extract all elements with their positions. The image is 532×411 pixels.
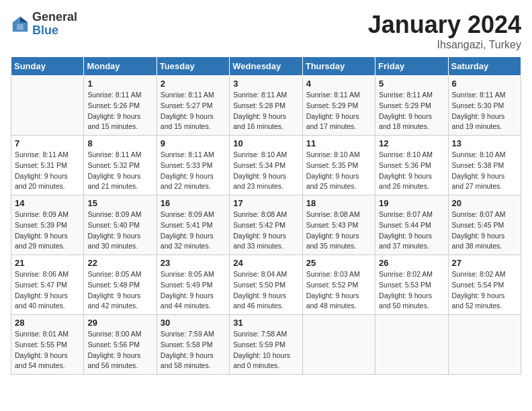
calendar-cell: 16Sunrise: 8:09 AMSunset: 5:41 PMDayligh… bbox=[157, 195, 229, 255]
day-number: 12 bbox=[379, 138, 444, 148]
day-number: 6 bbox=[452, 79, 517, 89]
day-number: 18 bbox=[306, 198, 371, 208]
calendar-cell: 22Sunrise: 8:05 AMSunset: 5:48 PMDayligh… bbox=[84, 255, 157, 315]
day-number: 5 bbox=[379, 79, 444, 89]
calendar-cell: 27Sunrise: 8:02 AMSunset: 5:54 PMDayligh… bbox=[448, 255, 521, 315]
calendar-cell: 31Sunrise: 7:58 AMSunset: 5:59 PMDayligh… bbox=[230, 315, 302, 375]
day-info: Sunrise: 8:06 AMSunset: 5:47 PMDaylight:… bbox=[15, 269, 80, 312]
day-number: 7 bbox=[15, 138, 80, 148]
weekday-header-friday: Friday bbox=[375, 57, 448, 76]
calendar-cell: 9Sunrise: 8:11 AMSunset: 5:33 PMDaylight… bbox=[157, 136, 229, 195]
day-number: 3 bbox=[233, 79, 298, 89]
day-number: 15 bbox=[87, 198, 152, 208]
day-info: Sunrise: 8:11 AMSunset: 5:29 PMDaylight:… bbox=[379, 90, 444, 132]
weekday-header-thursday: Thursday bbox=[302, 57, 375, 76]
day-info: Sunrise: 8:11 AMSunset: 5:32 PMDaylight:… bbox=[87, 150, 152, 192]
calendar-table: SundayMondayTuesdayWednesdayThursdayFrid… bbox=[11, 56, 521, 375]
day-info: Sunrise: 8:08 AMSunset: 5:43 PMDaylight:… bbox=[306, 210, 371, 252]
day-info: Sunrise: 8:01 AMSunset: 5:55 PMDaylight:… bbox=[15, 329, 80, 371]
day-number: 10 bbox=[233, 138, 298, 148]
calendar-cell: 13Sunrise: 8:10 AMSunset: 5:38 PMDayligh… bbox=[448, 136, 521, 195]
calendar-cell: 7Sunrise: 8:11 AMSunset: 5:31 PMDaylight… bbox=[11, 136, 84, 195]
day-number: 13 bbox=[452, 138, 517, 148]
day-info: Sunrise: 8:11 AMSunset: 5:30 PMDaylight:… bbox=[452, 90, 517, 132]
day-number: 4 bbox=[306, 79, 371, 89]
weekday-header-wednesday: Wednesday bbox=[230, 57, 302, 76]
weekday-header-sunday: Sunday bbox=[11, 57, 84, 76]
weekday-header-monday: Monday bbox=[84, 57, 157, 76]
day-number: 9 bbox=[161, 138, 226, 148]
calendar-cell: 12Sunrise: 8:10 AMSunset: 5:36 PMDayligh… bbox=[375, 136, 448, 195]
calendar-cell: 17Sunrise: 8:08 AMSunset: 5:42 PMDayligh… bbox=[230, 195, 302, 255]
day-info: Sunrise: 8:11 AMSunset: 5:31 PMDaylight:… bbox=[15, 150, 80, 192]
calendar-week-2: 7Sunrise: 8:11 AMSunset: 5:31 PMDaylight… bbox=[11, 136, 521, 195]
calendar-cell: 5Sunrise: 8:11 AMSunset: 5:29 PMDaylight… bbox=[375, 76, 448, 136]
calendar-cell: 1Sunrise: 8:11 AMSunset: 5:26 PMDaylight… bbox=[84, 76, 157, 136]
day-info: Sunrise: 8:11 AMSunset: 5:33 PMDaylight:… bbox=[161, 150, 226, 192]
calendar-cell bbox=[11, 76, 84, 136]
day-number: 21 bbox=[15, 258, 80, 268]
day-number: 19 bbox=[379, 198, 444, 208]
day-info: Sunrise: 8:11 AMSunset: 5:27 PMDaylight:… bbox=[161, 90, 226, 132]
calendar-cell: 2Sunrise: 8:11 AMSunset: 5:27 PMDaylight… bbox=[157, 76, 229, 136]
day-info: Sunrise: 8:07 AMSunset: 5:45 PMDaylight:… bbox=[452, 210, 517, 252]
calendar-cell: 19Sunrise: 8:07 AMSunset: 5:44 PMDayligh… bbox=[375, 195, 448, 255]
logo-general: General bbox=[32, 11, 77, 24]
weekday-header-row: SundayMondayTuesdayWednesdayThursdayFrid… bbox=[11, 57, 521, 76]
day-info: Sunrise: 8:11 AMSunset: 5:26 PMDaylight:… bbox=[87, 90, 152, 132]
calendar-cell: 10Sunrise: 8:10 AMSunset: 5:34 PMDayligh… bbox=[230, 136, 302, 195]
calendar-cell: 30Sunrise: 7:59 AMSunset: 5:58 PMDayligh… bbox=[157, 315, 229, 375]
calendar-cell: 8Sunrise: 8:11 AMSunset: 5:32 PMDaylight… bbox=[84, 136, 157, 195]
day-info: Sunrise: 8:02 AMSunset: 5:54 PMDaylight:… bbox=[452, 269, 517, 312]
logo: General Blue bbox=[11, 11, 77, 38]
calendar-week-1: 1Sunrise: 8:11 AMSunset: 5:26 PMDaylight… bbox=[11, 76, 521, 136]
day-number: 28 bbox=[15, 318, 80, 328]
location-subtitle: Ihsangazi, Turkey bbox=[368, 39, 521, 51]
calendar-week-4: 21Sunrise: 8:06 AMSunset: 5:47 PMDayligh… bbox=[11, 255, 521, 315]
day-number: 22 bbox=[87, 258, 152, 268]
day-info: Sunrise: 8:10 AMSunset: 5:36 PMDaylight:… bbox=[379, 150, 444, 192]
day-info: Sunrise: 8:10 AMSunset: 5:38 PMDaylight:… bbox=[452, 150, 517, 192]
day-info: Sunrise: 8:02 AMSunset: 5:53 PMDaylight:… bbox=[379, 269, 444, 312]
day-info: Sunrise: 8:04 AMSunset: 5:50 PMDaylight:… bbox=[233, 269, 298, 312]
day-number: 24 bbox=[233, 258, 298, 268]
day-number: 2 bbox=[161, 79, 226, 89]
day-info: Sunrise: 8:00 AMSunset: 5:56 PMDaylight:… bbox=[87, 329, 152, 371]
day-info: Sunrise: 8:05 AMSunset: 5:49 PMDaylight:… bbox=[161, 269, 226, 312]
day-info: Sunrise: 8:03 AMSunset: 5:52 PMDaylight:… bbox=[306, 269, 371, 312]
day-info: Sunrise: 8:11 AMSunset: 5:28 PMDaylight:… bbox=[233, 90, 298, 132]
calendar-cell bbox=[375, 315, 448, 375]
day-info: Sunrise: 8:10 AMSunset: 5:35 PMDaylight:… bbox=[306, 150, 371, 192]
day-info: Sunrise: 7:58 AMSunset: 5:59 PMDaylight:… bbox=[233, 329, 298, 371]
calendar-week-3: 14Sunrise: 8:09 AMSunset: 5:39 PMDayligh… bbox=[11, 195, 521, 255]
svg-marker-1 bbox=[20, 17, 28, 22]
calendar-cell: 21Sunrise: 8:06 AMSunset: 5:47 PMDayligh… bbox=[11, 255, 84, 315]
day-number: 27 bbox=[452, 258, 517, 268]
day-number: 17 bbox=[233, 198, 298, 208]
calendar-week-5: 28Sunrise: 8:01 AMSunset: 5:55 PMDayligh… bbox=[11, 315, 521, 375]
day-number: 20 bbox=[452, 198, 517, 208]
weekday-header-saturday: Saturday bbox=[448, 57, 521, 76]
day-number: 26 bbox=[379, 258, 444, 268]
day-number: 30 bbox=[161, 318, 226, 328]
day-info: Sunrise: 8:09 AMSunset: 5:40 PMDaylight:… bbox=[87, 210, 152, 252]
weekday-header-tuesday: Tuesday bbox=[157, 57, 229, 76]
calendar-cell: 20Sunrise: 8:07 AMSunset: 5:45 PMDayligh… bbox=[448, 195, 521, 255]
day-number: 16 bbox=[161, 198, 226, 208]
calendar-cell: 23Sunrise: 8:05 AMSunset: 5:49 PMDayligh… bbox=[157, 255, 229, 315]
day-info: Sunrise: 8:10 AMSunset: 5:34 PMDaylight:… bbox=[233, 150, 298, 192]
title-block: January 2024 Ihsangazi, Turkey bbox=[368, 11, 521, 51]
day-info: Sunrise: 8:11 AMSunset: 5:29 PMDaylight:… bbox=[306, 90, 371, 132]
month-year-title: January 2024 bbox=[368, 11, 521, 39]
calendar-cell: 15Sunrise: 8:09 AMSunset: 5:40 PMDayligh… bbox=[84, 195, 157, 255]
calendar-cell: 11Sunrise: 8:10 AMSunset: 5:35 PMDayligh… bbox=[302, 136, 375, 195]
day-info: Sunrise: 8:05 AMSunset: 5:48 PMDaylight:… bbox=[87, 269, 152, 312]
day-number: 8 bbox=[87, 138, 152, 148]
calendar-cell: 4Sunrise: 8:11 AMSunset: 5:29 PMDaylight… bbox=[302, 76, 375, 136]
day-number: 14 bbox=[15, 198, 80, 208]
calendar-cell: 14Sunrise: 8:09 AMSunset: 5:39 PMDayligh… bbox=[11, 195, 84, 255]
logo-blue: Blue bbox=[32, 24, 77, 38]
calendar-cell: 6Sunrise: 8:11 AMSunset: 5:30 PMDaylight… bbox=[448, 76, 521, 136]
calendar-cell bbox=[302, 315, 375, 375]
day-number: 31 bbox=[233, 318, 298, 328]
